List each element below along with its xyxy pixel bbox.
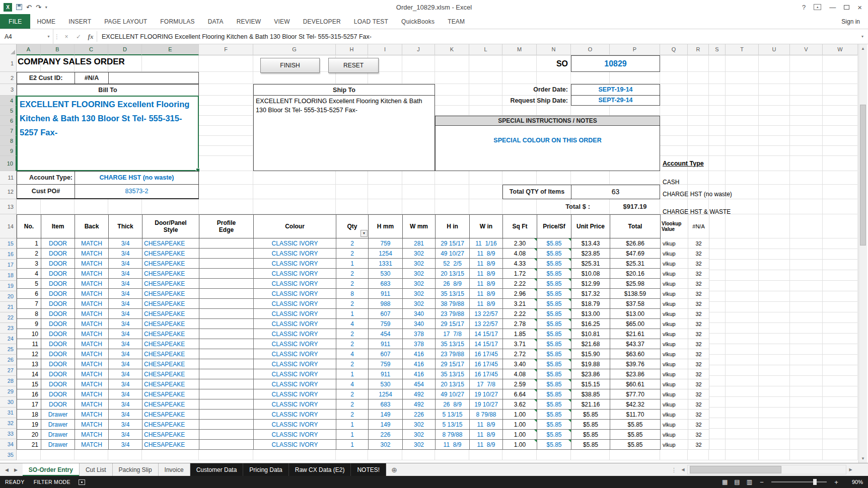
zoom-level[interactable]: 90%	[846, 479, 863, 485]
cell[interactable]	[199, 299, 254, 309]
cell[interactable]: 340	[403, 319, 436, 329]
row-header-34[interactable]: 34	[0, 439, 17, 450]
help-icon[interactable]: ?	[802, 4, 806, 11]
name-box-dropdown-icon[interactable]: ▾	[44, 29, 53, 44]
cell[interactable]: DOOR	[41, 319, 75, 329]
cell[interactable]: 2	[336, 329, 369, 339]
table-header-w-mm[interactable]: W mm	[403, 215, 436, 238]
cell[interactable]: CLASSIC IVORY	[254, 410, 336, 420]
column-header-E[interactable]: E	[142, 44, 199, 55]
cell[interactable]: CHESAPEAKE	[142, 279, 199, 289]
special-instructions-cell[interactable]: SPECIAL COLOUR ON THIS ORDER	[435, 126, 660, 171]
cell[interactable]: 13	[17, 359, 41, 369]
account-type-option-charge-hst[interactable]: CHARGE HST (no waste)	[663, 191, 732, 198]
cell[interactable]: CHESAPEAKE	[142, 359, 199, 369]
close-icon[interactable]: ×	[857, 4, 862, 11]
column-header-B[interactable]: B	[41, 44, 75, 55]
cell[interactable]: 6.64	[503, 389, 537, 399]
cell[interactable]: $42.32	[610, 399, 661, 410]
cell[interactable]	[199, 249, 254, 259]
cell[interactable]: MATCH	[75, 238, 109, 249]
row-header-3[interactable]: 3	[0, 84, 17, 96]
cell[interactable]: MATCH	[75, 329, 109, 339]
cell[interactable]: $23.86	[571, 369, 610, 379]
ribbon-tab-load-test[interactable]: LOAD TEST	[347, 14, 395, 29]
cell[interactable]: 378	[403, 339, 436, 349]
cell[interactable]: $21.68	[571, 339, 610, 349]
cell[interactable]: $18.79	[571, 299, 610, 309]
cell[interactable]: 19 10/27	[470, 389, 503, 399]
sheet-tab-packing-slip[interactable]: Packing Slip	[113, 463, 159, 476]
cell[interactable]: 29 15/17	[436, 359, 470, 369]
cell[interactable]: DOOR	[41, 289, 75, 299]
cell[interactable]	[199, 269, 254, 279]
insert-function-icon[interactable]: fx	[85, 29, 97, 44]
ribbon-tab-page-layout[interactable]: PAGE LAYOUT	[98, 14, 154, 29]
cell[interactable]: 3/4	[109, 269, 142, 279]
finish-button[interactable]: FINISH	[260, 58, 320, 73]
cell[interactable]: $5.85	[610, 420, 661, 430]
cell[interactable]: 416	[403, 359, 436, 369]
tab-scroll-left-icon[interactable]: ◀	[5, 467, 9, 472]
cell[interactable]: CLASSIC IVORY	[254, 430, 336, 440]
cell[interactable]: $26.86	[610, 238, 661, 249]
cell[interactable]: CLASSIC IVORY	[254, 359, 336, 369]
cell[interactable]: 13 22/57	[470, 309, 503, 319]
cell[interactable]: 3.62	[503, 399, 537, 410]
cell[interactable]: $19.88	[571, 359, 610, 369]
row-header-31[interactable]: 31	[0, 408, 17, 418]
cell[interactable]: 32	[688, 430, 709, 440]
zoom-slider[interactable]	[771, 478, 827, 485]
cell[interactable]: 226	[369, 430, 403, 440]
table-header-no-[interactable]: No.	[17, 215, 41, 238]
cell[interactable]: 14	[17, 369, 41, 379]
cell[interactable]: 3/4	[109, 249, 142, 259]
cell[interactable]: $10.81	[571, 329, 610, 339]
cell[interactable]	[199, 420, 254, 430]
cell[interactable]: 416	[403, 349, 436, 359]
cell[interactable]: vlkup	[661, 379, 688, 389]
cust-po-value[interactable]: 83573-2	[75, 185, 198, 198]
ribbon-tab-data[interactable]: DATA	[201, 14, 230, 29]
cell[interactable]: 3/4	[109, 329, 142, 339]
cell[interactable]: CHESAPEAKE	[142, 249, 199, 259]
row-header-21[interactable]: 21	[0, 302, 17, 312]
cell[interactable]: MATCH	[75, 359, 109, 369]
row-header-22[interactable]: 22	[0, 312, 17, 323]
cell[interactable]: vlkup	[661, 359, 688, 369]
cell[interactable]: 2.72	[503, 349, 537, 359]
cell[interactable]: 29 15/17	[436, 319, 470, 329]
cell[interactable]: 18	[17, 410, 41, 420]
cell[interactable]: 4.33	[503, 259, 537, 269]
table-header-thick[interactable]: Thick	[109, 215, 142, 238]
cell[interactable]: 1.00	[503, 430, 537, 440]
cell[interactable]: vlkup	[661, 339, 688, 349]
horizontal-scrollbar-thumb[interactable]	[690, 466, 781, 473]
cell[interactable]: 988	[369, 299, 403, 309]
row-header-12[interactable]: 12	[0, 185, 17, 199]
column-header-K[interactable]: K	[435, 44, 469, 55]
cell[interactable]: 302	[403, 289, 436, 299]
cell[interactable]: MATCH	[75, 289, 109, 299]
undo-icon[interactable]: ↶	[26, 4, 32, 11]
formula-bar-expand-icon[interactable]: ▾	[857, 29, 868, 44]
row-header-28[interactable]: 28	[0, 376, 17, 386]
cell[interactable]: 3/4	[109, 379, 142, 389]
cell[interactable]: $5.85	[537, 279, 571, 289]
cell[interactable]	[199, 238, 254, 249]
cell[interactable]: 340	[403, 309, 436, 319]
cell[interactable]: $25.31	[610, 259, 661, 269]
cell[interactable]: vlkup	[661, 279, 688, 289]
cell[interactable]: 911	[369, 369, 403, 379]
cust-po-label[interactable]: Cust PO#	[17, 185, 75, 198]
row-header-5[interactable]: 5	[0, 106, 17, 116]
cell[interactable]: 1254	[369, 249, 403, 259]
cell[interactable]: 1.85	[503, 329, 537, 339]
cell[interactable]	[199, 430, 254, 440]
cell[interactable]: MATCH	[75, 349, 109, 359]
cell[interactable]: 2.59	[503, 379, 537, 389]
cell[interactable]: 3/4	[109, 289, 142, 299]
cell[interactable]: MATCH	[75, 430, 109, 440]
row-header-18[interactable]: 18	[0, 270, 17, 281]
cell[interactable]: 5	[17, 279, 41, 289]
